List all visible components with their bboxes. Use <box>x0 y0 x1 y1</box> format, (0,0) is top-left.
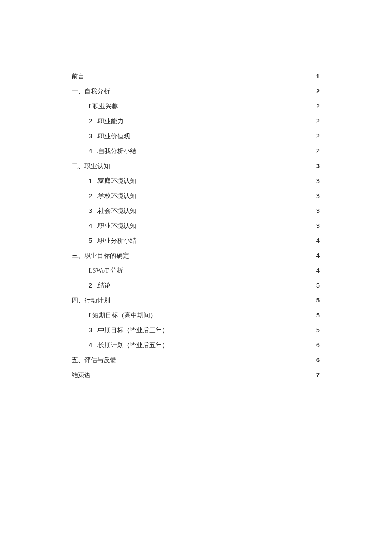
toc-title: 结束语 <box>72 371 91 380</box>
toc-page-number: 3 <box>315 176 320 185</box>
toc-title: .学校环境认知 <box>96 192 136 200</box>
toc-page-number: 4 <box>315 236 320 245</box>
toc-entry: 结束语 7 <box>72 370 320 380</box>
toc-title: .职业价值观 <box>96 132 130 141</box>
toc-page-number: 4 <box>315 251 320 260</box>
toc-entry: 一、自我分析 2 <box>72 87 320 96</box>
toc-prefix: 四、 <box>72 296 84 305</box>
toc-entry: 四、行动计划 5 <box>72 296 320 305</box>
toc-entry: LSWoT 分析 4 <box>72 266 320 275</box>
toc-entry: 5.职业分析小结4 <box>72 236 320 245</box>
toc-title: 评估与反馈 <box>84 356 116 365</box>
toc-entry: 4.职业环境认知3 <box>72 221 320 230</box>
toc-entry: 前言 1 <box>72 72 320 81</box>
toc-prefix: 一、 <box>72 87 84 96</box>
toc-entry: 二、职业认知 3 <box>72 161 320 171</box>
toc-page-number: 5 <box>315 281 320 290</box>
toc-number: 4 <box>89 221 92 230</box>
toc-number: 2 <box>89 191 92 200</box>
toc-entry: 1.家庭环境认知3 <box>72 176 320 186</box>
toc-page-number: 3 <box>315 206 320 215</box>
toc-page-number: 3 <box>315 191 320 200</box>
toc-number: 4 <box>89 146 92 155</box>
toc-page-number: 2 <box>315 87 320 96</box>
toc-title: .长期计划（毕业后五年） <box>96 341 168 350</box>
toc-title: LSWoT 分析 <box>89 266 123 275</box>
toc-page-number: 5 <box>315 311 320 320</box>
toc-title: .职业环境认知 <box>96 221 136 230</box>
toc-page-number: 2 <box>315 131 320 140</box>
toc-title: .社会环境认知 <box>96 206 136 215</box>
toc-number: 3 <box>89 131 92 140</box>
toc-number: 5 <box>89 236 92 245</box>
toc-entry: L短期目标（高中期间） 5 <box>72 311 320 320</box>
table-of-contents: 前言 1一、自我分析 2L职业兴趣 22.职业能力 23.职业价值观 24.自我… <box>72 72 320 380</box>
toc-title: .自我分析小结 <box>96 147 136 156</box>
toc-title: L短期目标（高中期间） <box>89 311 156 320</box>
toc-entry: 3.职业价值观 2 <box>72 131 320 141</box>
toc-number: 2 <box>89 116 92 125</box>
toc-entry: 三、职业目标的确定 4 <box>72 251 320 260</box>
toc-entry: 4.长期计划（毕业后五年） 6 <box>72 340 320 350</box>
toc-entry: 2.学校环境认知3 <box>72 191 320 200</box>
toc-entry: 3.中期目标（毕业后三年） 5 <box>72 325 320 335</box>
toc-title: .中期目标（毕业后三年） <box>96 326 168 335</box>
toc-page-number: 5 <box>315 296 320 305</box>
toc-page-number: 2 <box>315 102 320 110</box>
toc-title: .职业能力 <box>96 117 124 126</box>
toc-page-number: 1 <box>315 72 320 81</box>
toc-prefix: 三、 <box>72 251 84 260</box>
toc-page-number: 5 <box>315 325 320 334</box>
toc-number: 3 <box>89 325 92 334</box>
toc-number: 3 <box>89 206 92 215</box>
toc-page-number: 6 <box>315 355 320 364</box>
toc-page-number: 3 <box>315 161 320 170</box>
toc-title: 前言 <box>72 72 84 81</box>
toc-entry: 4.自我分析小结2 <box>72 146 320 156</box>
toc-page-number: 2 <box>315 116 320 125</box>
toc-entry: 2.结论 5 <box>72 281 320 290</box>
toc-title: 职业认知 <box>84 162 110 171</box>
toc-title: 行动计划 <box>84 296 110 305</box>
toc-number: 2 <box>89 281 92 290</box>
toc-title: .职业分析小结 <box>96 236 136 245</box>
toc-title: L职业兴趣 <box>89 102 118 111</box>
toc-page-number: 7 <box>315 370 320 379</box>
toc-entry: 2.职业能力 2 <box>72 116 320 126</box>
toc-entry: L职业兴趣 2 <box>72 102 320 111</box>
toc-page-number: 4 <box>315 266 320 275</box>
toc-page-number: 2 <box>315 146 320 155</box>
toc-entry: 五、评估与反馈 6 <box>72 355 320 365</box>
toc-entry: 3.社会环境认知3 <box>72 206 320 215</box>
toc-number: 1 <box>89 176 92 185</box>
toc-title: 职业目标的确定 <box>84 251 129 260</box>
toc-title: .结论 <box>96 281 111 290</box>
toc-prefix: 二、 <box>72 162 84 171</box>
toc-prefix: 五、 <box>72 356 84 365</box>
toc-page-number: 3 <box>315 221 320 230</box>
toc-number: 4 <box>89 340 92 349</box>
toc-title: 自我分析 <box>84 87 110 96</box>
toc-title: .家庭环境认知 <box>96 177 136 186</box>
toc-page-number: 6 <box>315 340 320 349</box>
